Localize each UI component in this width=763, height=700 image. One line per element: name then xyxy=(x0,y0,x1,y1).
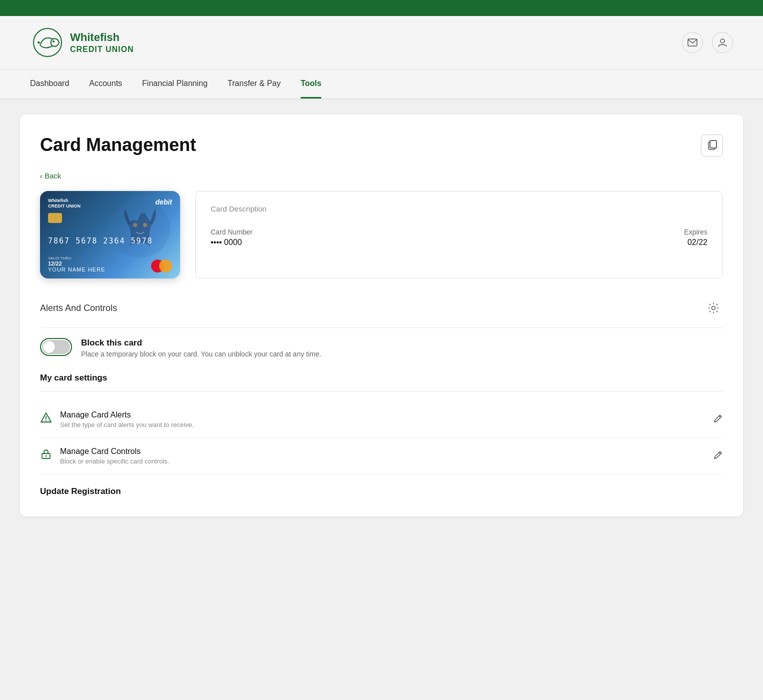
card-details-row: Whitefish CREDIT UNION debit 7867 5678 2… xyxy=(40,191,723,278)
card-expiry: 12/22 xyxy=(48,260,105,266)
card-settings-title: My card settings xyxy=(40,373,723,383)
toggle-knob xyxy=(43,341,55,353)
manage-alerts-desc: Set the type of card alerts you want to … xyxy=(60,421,194,428)
svg-point-1 xyxy=(53,40,55,42)
svg-line-13 xyxy=(719,416,720,418)
header: Whitefish CREDIT UNION xyxy=(0,16,763,70)
page-title-row: Card Management xyxy=(40,134,723,156)
svg-rect-5 xyxy=(710,140,716,148)
section-divider-2 xyxy=(40,391,723,392)
svg-point-15 xyxy=(46,456,47,457)
user-icon xyxy=(717,38,727,48)
alert-triangle-icon xyxy=(40,412,52,426)
card-number-block: Card Number •••• 0000 xyxy=(211,228,253,247)
logo-text: Whitefish CREDIT UNION xyxy=(70,31,134,54)
svg-point-10 xyxy=(712,306,715,310)
block-card-text: Block this card Place a temporary block … xyxy=(81,338,321,358)
logo-whitefish: Whitefish xyxy=(70,31,134,44)
update-registration-title: Update Registration xyxy=(40,486,723,496)
main-content: Card Management ‹ Back xyxy=(0,100,763,650)
card-logo: Whitefish CREDIT UNION xyxy=(48,198,81,209)
debit-card-visual: Whitefish CREDIT UNION debit 7867 5678 2… xyxy=(40,191,180,278)
alerts-header-row: Alerts And Controls xyxy=(40,298,723,318)
manage-controls-edit-button[interactable] xyxy=(713,450,723,462)
nav-item-transfer-pay[interactable]: Transfer & Pay xyxy=(228,70,281,98)
block-card-row: Block this card Place a temporary block … xyxy=(40,338,723,358)
svg-point-12 xyxy=(46,420,47,421)
user-button[interactable] xyxy=(712,32,733,53)
manage-alerts-title: Manage Card Alerts xyxy=(60,410,194,420)
top-green-bar xyxy=(0,0,763,16)
card-description-title: Card Description xyxy=(211,204,707,213)
card-expires-value: 02/22 xyxy=(684,238,707,247)
card-expires-block: Expires 02/22 xyxy=(684,228,707,247)
manage-alerts-text: Manage Card Alerts Set the type of card … xyxy=(60,410,194,428)
block-card-label: Block this card xyxy=(81,338,321,348)
card-valid-thru-label: VALID THRU xyxy=(48,256,105,260)
card-name: YOUR NAME HERE xyxy=(48,266,105,272)
mastercard-logo xyxy=(151,260,172,272)
mail-button[interactable] xyxy=(682,32,703,53)
card-number-display: 7867 5678 2364 5978 xyxy=(48,236,172,246)
back-link[interactable]: ‹ Back xyxy=(40,172,61,180)
block-card-desc: Place a temporary block on your card. Yo… xyxy=(81,350,321,358)
edit-icon-controls xyxy=(713,450,723,460)
back-chevron-icon: ‹ xyxy=(40,172,43,180)
card-bottom-left: VALID THRU 12/22 YOUR NAME HERE xyxy=(48,256,105,272)
back-label: Back xyxy=(45,172,61,180)
manage-controls-left: Manage Card Controls Block or enable spe… xyxy=(40,447,169,465)
header-icons xyxy=(682,32,733,53)
manage-controls-title: Manage Card Controls xyxy=(60,447,169,456)
edit-icon-alerts xyxy=(713,414,723,424)
nav-item-accounts[interactable]: Accounts xyxy=(89,70,122,98)
logo-credit-union: CREDIT UNION xyxy=(70,44,134,54)
toggle-wrap[interactable] xyxy=(40,338,72,356)
copy-icon xyxy=(706,140,717,151)
page-title: Card Management xyxy=(40,134,196,156)
svg-rect-2 xyxy=(688,39,697,46)
lock-icon xyxy=(40,448,52,463)
manage-alerts-edit-button[interactable] xyxy=(713,414,723,426)
card-management-container: Card Management ‹ Back xyxy=(20,114,743,516)
mc-circle-orange xyxy=(159,260,172,272)
svg-point-9 xyxy=(143,223,147,227)
svg-point-8 xyxy=(133,223,137,227)
manage-alerts-item: Manage Card Alerts Set the type of card … xyxy=(40,402,723,438)
block-card-toggle[interactable] xyxy=(42,340,70,354)
logo-icon xyxy=(30,25,65,60)
card-expires-label: Expires xyxy=(684,228,707,236)
card-top: Whitefish CREDIT UNION debit xyxy=(48,198,172,223)
main-nav: Dashboard Accounts Financial Planning Tr… xyxy=(0,70,763,100)
card-description-panel: Card Description Card Number •••• 0000 E… xyxy=(195,191,723,278)
nav-item-tools[interactable]: Tools xyxy=(301,70,321,98)
gear-icon xyxy=(707,302,719,314)
manage-controls-text: Manage Card Controls Block or enable spe… xyxy=(60,447,169,465)
svg-point-3 xyxy=(720,39,724,43)
card-info-row: Card Number •••• 0000 Expires 02/22 xyxy=(211,228,707,247)
logo-area: Whitefish CREDIT UNION xyxy=(30,25,134,60)
nav-item-dashboard[interactable]: Dashboard xyxy=(30,70,69,98)
manage-alerts-left: Manage Card Alerts Set the type of card … xyxy=(40,410,194,428)
card-bottom-row: VALID THRU 12/22 YOUR NAME HERE xyxy=(48,256,172,272)
section-divider-1 xyxy=(40,328,723,328)
gear-button[interactable] xyxy=(704,298,723,318)
copy-button[interactable] xyxy=(701,134,723,156)
svg-line-16 xyxy=(719,452,720,454)
manage-controls-item: Manage Card Controls Block or enable spe… xyxy=(40,438,723,474)
nav-item-financial-planning[interactable]: Financial Planning xyxy=(142,70,208,98)
mail-icon xyxy=(687,38,697,46)
alerts-section-title: Alerts And Controls xyxy=(40,303,117,314)
card-chip xyxy=(48,213,62,223)
card-debit-label: debit xyxy=(156,198,172,206)
card-number-label: Card Number xyxy=(211,228,253,236)
card-number-value: •••• 0000 xyxy=(211,238,253,247)
manage-controls-desc: Block or enable specific card controls. xyxy=(60,458,169,465)
